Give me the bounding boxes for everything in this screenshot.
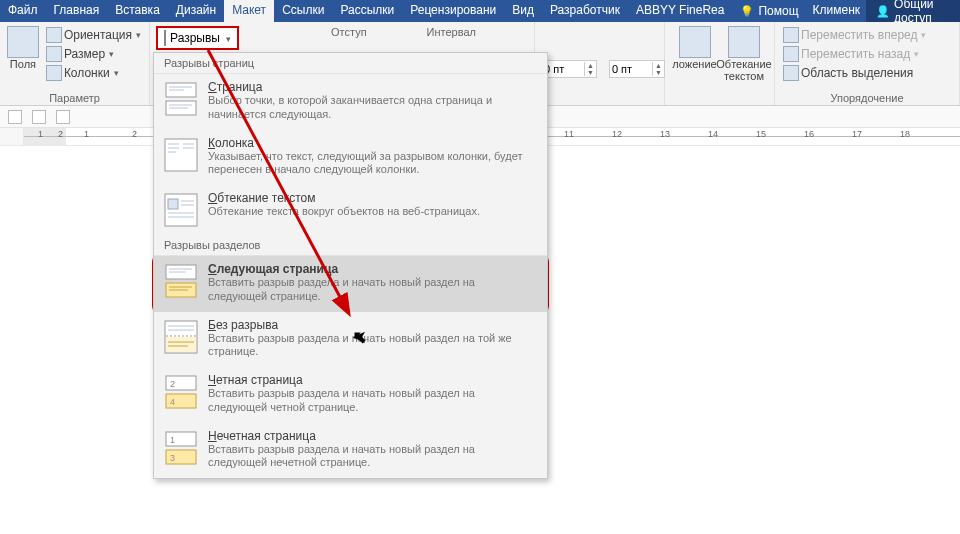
send-backward-label: Переместить назад	[801, 47, 910, 61]
tab-view[interactable]: Вид	[504, 0, 542, 22]
spin-up-icon[interactable]: ▲	[653, 62, 664, 69]
tab-home[interactable]: Главная	[46, 0, 108, 22]
size-label: Размер	[64, 47, 105, 61]
svg-text:3: 3	[170, 453, 175, 463]
menu-item-icon	[164, 82, 198, 122]
menu-item-icon	[164, 138, 198, 178]
tab-layout[interactable]: Макет	[224, 0, 274, 22]
menu-item-title: Колонка	[208, 136, 537, 150]
position-icon	[679, 26, 711, 58]
svg-text:4: 4	[170, 397, 175, 407]
menu-item-icon: 13	[164, 431, 198, 471]
breaks-menu-item[interactable]: Следующая страницаВставить разрыв раздел…	[154, 256, 547, 312]
tell-me[interactable]: Помощ	[732, 0, 806, 22]
menu-item-desc: Указывает, что текст, следующий за разры…	[208, 150, 537, 178]
menu-item-icon	[164, 193, 198, 227]
size-icon	[46, 46, 62, 62]
spacing-before-input[interactable]	[542, 63, 584, 75]
menu-item-icon	[164, 320, 198, 360]
breaks-button[interactable]: Разрывы	[156, 26, 239, 50]
size-button[interactable]: Размер	[44, 45, 143, 63]
page-breaks-section: Разрывы страниц	[154, 53, 547, 74]
spin-down-icon[interactable]: ▼	[653, 69, 664, 76]
spacing-after-spinner[interactable]: ▲▼	[609, 60, 665, 78]
breaks-icon	[164, 30, 166, 46]
tab-mailings[interactable]: Рассылки	[332, 0, 402, 22]
orientation-button[interactable]: Ориентация	[44, 26, 143, 44]
margins-icon	[7, 26, 39, 58]
selection-pane-label: Область выделения	[801, 66, 913, 80]
margins-label: Поля	[10, 58, 36, 70]
bring-forward-label: Переместить вперед	[801, 28, 917, 42]
menu-item-desc: Вставить разрыв раздела и начать новый р…	[208, 276, 537, 304]
tab-developer[interactable]: Разработчик	[542, 0, 628, 22]
bulb-icon	[740, 4, 754, 18]
svg-text:2: 2	[170, 379, 175, 389]
qat-item[interactable]	[56, 110, 70, 124]
wrap-text-button[interactable]: Обтекание текстом	[720, 24, 768, 82]
tab-references[interactable]: Ссылки	[274, 0, 332, 22]
tab-file[interactable]: Файл	[0, 0, 46, 22]
selection-pane-icon	[783, 65, 799, 81]
help-label: Помощ	[758, 4, 798, 18]
menu-item-desc: Вставить разрыв раздела и начать новый р…	[208, 443, 537, 471]
breaks-menu-item[interactable]: КолонкаУказывает, что текст, следующий з…	[154, 130, 547, 186]
menu-item-desc: Выбор точки, в которой заканчивается одн…	[208, 94, 537, 122]
columns-label: Колонки	[64, 66, 110, 80]
breaks-dropdown: Разрывы страниц СтраницаВыбор точки, в к…	[153, 52, 548, 479]
arrange-group-label: Упорядочение	[775, 92, 959, 104]
spacing-before-spinner[interactable]: ▲▼	[541, 60, 597, 78]
menu-item-desc: Вставить разрыв раздела и начать новый р…	[208, 387, 537, 415]
send-backward-button: Переместить назад	[781, 45, 953, 63]
selection-pane-button[interactable]: Область выделения	[781, 64, 953, 82]
orientation-label: Ориентация	[64, 28, 132, 42]
position-label: ложение	[672, 58, 716, 70]
columns-button[interactable]: Колонки	[44, 64, 143, 82]
svg-rect-13	[168, 199, 178, 209]
chevron-down-icon	[224, 31, 231, 45]
menu-item-title: Четная страница	[208, 373, 537, 387]
menu-item-title: Страница	[208, 80, 537, 94]
wrap-label: Обтекание текстом	[716, 58, 771, 82]
breaks-menu-item[interactable]: СтраницаВыбор точки, в которой заканчива…	[154, 74, 547, 130]
tab-abbyy[interactable]: ABBYY FineRea	[628, 0, 733, 22]
section-breaks-section: Разрывы разделов	[154, 235, 547, 256]
page-setup-group-label: Параметр	[0, 92, 149, 104]
qat-item[interactable]	[8, 110, 22, 124]
margins-button[interactable]: Поля	[6, 24, 40, 82]
columns-icon	[46, 65, 62, 81]
menu-item-title: Следующая страница	[208, 262, 537, 276]
menu-item-title: Нечетная страница	[208, 429, 537, 443]
wrap-icon	[728, 26, 760, 58]
menu-item-title: Без разрыва	[208, 318, 537, 332]
tab-design[interactable]: Дизайн	[168, 0, 224, 22]
breaks-label: Разрывы	[170, 31, 220, 45]
person-icon	[876, 4, 890, 18]
bring-forward-icon	[783, 27, 799, 43]
menu-item-icon	[164, 264, 198, 304]
menu-bar: Файл Главная Вставка Дизайн Макет Ссылки…	[0, 0, 960, 22]
menu-item-icon: 24	[164, 375, 198, 415]
breaks-menu-item[interactable]: 24Четная страницаВставить разрыв раздела…	[154, 367, 547, 423]
menu-item-title: Обтекание текстом	[208, 191, 480, 205]
svg-text:1: 1	[170, 435, 175, 445]
spin-up-icon[interactable]: ▲	[585, 62, 596, 69]
share-button[interactable]: Общий доступ	[866, 0, 960, 22]
spacing-after-input[interactable]	[610, 63, 652, 75]
menu-item-desc: Вставить разрыв раздела и начать новый р…	[208, 332, 537, 360]
breaks-menu-item[interactable]: Обтекание текстомОбтекание текста вокруг…	[154, 185, 547, 235]
menu-item-desc: Обтекание текста вокруг объектов на веб-…	[208, 205, 480, 219]
interval-label: Интервал	[427, 26, 476, 38]
position-button[interactable]: ложение	[671, 24, 718, 82]
breaks-menu-item[interactable]: 13Нечетная страницаВставить разрыв разде…	[154, 423, 547, 479]
breaks-menu-item[interactable]: Без разрываВставить разрыв раздела и нач…	[154, 312, 547, 368]
spin-down-icon[interactable]: ▼	[585, 69, 596, 76]
send-backward-icon	[783, 46, 799, 62]
orientation-icon	[46, 27, 62, 43]
ruler-corner	[0, 128, 24, 145]
account-user[interactable]: Клименк	[807, 0, 867, 22]
qat-item[interactable]	[32, 110, 46, 124]
indent-label: Отступ	[331, 26, 367, 38]
tab-review[interactable]: Рецензировани	[402, 0, 504, 22]
tab-insert[interactable]: Вставка	[107, 0, 168, 22]
